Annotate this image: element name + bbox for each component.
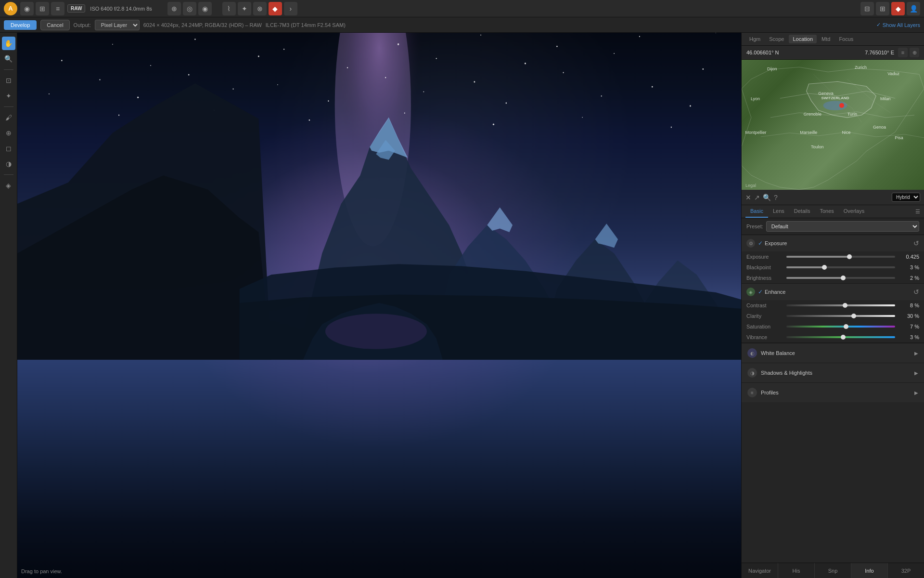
toolbar-list-icon[interactable]: ≡ — [51, 2, 64, 15]
cancel-button[interactable]: Cancel — [40, 20, 69, 30]
profiles-section[interactable]: ≡ Profiles ▶ — [742, 382, 924, 402]
brightness-slider-row: Brightness 2 % — [742, 273, 924, 283]
shadows-highlights-icon: ◑ — [747, 368, 757, 378]
map-settings-icon[interactable]: ≡ — [898, 48, 908, 57]
toolbar-grid-icon[interactable]: ⊞ — [36, 2, 49, 15]
adjustments-panel: ⚙ ✓ Exposure ↺ Exposure 0.425 Blackp — [742, 235, 924, 563]
tool-heal[interactable]: ✦ — [2, 89, 15, 103]
clarity-slider-track[interactable] — [786, 315, 895, 317]
toolbar-user-icon[interactable]: 👤 — [907, 2, 920, 15]
city-grenoble: Grenoble — [804, 112, 821, 117]
saturation-slider-track[interactable] — [786, 326, 895, 328]
tool-clone[interactable]: ⊕ — [2, 126, 15, 140]
exposure-section: ⚙ ✓ Exposure ↺ Exposure 0.425 Blackp — [742, 235, 924, 284]
navigate-map-icon[interactable]: ↗ — [754, 194, 760, 201]
main-content: ✋ 🔍 ⊡ ✦ 🖌 ⊕ ◻ ◑ ◈ — [0, 33, 924, 578]
svg-point-30 — [385, 77, 386, 79]
toolbar-ellipse-icon[interactable]: ◉ — [20, 2, 34, 15]
dev-tab-basic[interactable]: Basic — [745, 205, 768, 218]
vibrance-slider-track[interactable] — [786, 336, 895, 338]
bottom-tab-32p[interactable]: 32P — [888, 563, 924, 578]
dev-tab-details[interactable]: Details — [789, 205, 815, 218]
toolbar-circle-icon[interactable]: ◉ — [198, 2, 212, 15]
close-map-icon[interactable]: ✕ — [745, 194, 751, 201]
tab-hgm[interactable]: Hgm — [745, 35, 764, 43]
profiles-title: Profiles — [761, 390, 914, 395]
city-toulon: Toulon — [811, 144, 824, 149]
canvas-image[interactable]: Drag to pan view. — [17, 33, 741, 578]
contrast-slider-track[interactable] — [786, 304, 895, 306]
toolbar-chevron-icon[interactable]: › — [284, 2, 297, 15]
tool-erase[interactable]: ◻ — [2, 142, 15, 155]
svg-point-16 — [480, 35, 481, 36]
tab-location[interactable]: Location — [789, 35, 817, 43]
preset-select[interactable]: Default — [766, 221, 919, 232]
tool-zoom[interactable]: 🔍 — [2, 52, 15, 66]
saturation-slider-row: Saturation 7 % — [742, 321, 924, 332]
map-expand-icon[interactable]: ⊕ — [910, 48, 919, 57]
search-map-icon[interactable]: 🔍 — [763, 194, 771, 201]
shadows-highlights-section[interactable]: ◑ Shadows & Highlights ▶ — [742, 363, 924, 382]
svg-point-40 — [601, 96, 602, 97]
exposure-slider-track[interactable] — [786, 256, 895, 258]
tool-hand[interactable]: ✋ — [2, 37, 15, 50]
svg-point-17 — [556, 46, 558, 47]
svg-point-21 — [258, 56, 259, 57]
preset-label: Preset: — [746, 223, 763, 229]
output-select[interactable]: Pixel Layer — [95, 20, 140, 30]
map-roads-svg: SWITZERLAND — [742, 60, 924, 190]
toolbar-eye-icon[interactable]: ◎ — [183, 2, 196, 15]
map-background: SWITZERLAND Dijon Zurich Vaduz Lyon Gene… — [742, 60, 924, 190]
tool-grad[interactable]: ◈ — [2, 179, 15, 192]
toolbar-red2-icon[interactable]: ◆ — [891, 2, 905, 15]
dev-tab-lens[interactable]: Lens — [768, 205, 789, 218]
develop-button[interactable]: Develop — [4, 20, 37, 30]
blackpoint-slider-track[interactable] — [786, 266, 895, 268]
toolbar-mask-icon[interactable]: ⊕ — [167, 2, 181, 15]
svg-point-41 — [690, 105, 691, 107]
toolbar-right: ⊟ ⊞ ◆ 👤 — [860, 2, 920, 15]
raw-badge: RAW — [67, 4, 85, 13]
help-map-icon[interactable]: ? — [774, 194, 778, 201]
bottom-tab-his[interactable]: His — [778, 563, 815, 578]
svg-point-48 — [671, 127, 672, 128]
saturation-slider-label: Saturation — [746, 324, 783, 329]
city-zurich: Zurich — [855, 65, 867, 70]
exposure-reset-icon[interactable]: ↺ — [913, 239, 919, 247]
exposure-header[interactable]: ⚙ ✓ Exposure ↺ — [742, 235, 924, 251]
toolbar-wand-icon[interactable]: ✦ — [238, 2, 251, 15]
bottom-tab-snp[interactable]: Snp — [815, 563, 851, 578]
enhance-reset-icon[interactable]: ↺ — [913, 288, 919, 296]
map-area[interactable]: SWITZERLAND Dijon Zurich Vaduz Lyon Gene… — [742, 60, 924, 190]
toolbar-grid2-icon[interactable]: ⊟ — [860, 2, 874, 15]
map-type-select[interactable]: Hybrid — [892, 193, 920, 202]
show-layers-button[interactable]: ✓ Show All Layers — [876, 22, 920, 28]
dev-tab-overlays[interactable]: Overlays — [839, 205, 869, 218]
tool-crop[interactable]: ⊡ — [2, 74, 15, 87]
toolbar-person-icon[interactable]: ⊗ — [253, 2, 267, 15]
tab-focus[interactable]: Focus — [835, 35, 857, 43]
right-panel: Hgm Scope Location Mtd Focus 46.006601° … — [741, 33, 924, 578]
tab-mtd[interactable]: Mtd — [818, 35, 834, 43]
toolbar-adjust-icon[interactable]: ⊞ — [876, 2, 889, 15]
city-turin: Turin — [847, 112, 857, 117]
brightness-slider-value: 2 % — [899, 275, 919, 281]
tool-paint[interactable]: 🖌 — [2, 111, 15, 124]
enhance-header[interactable]: ◈ ✓ Enhance ↺ — [742, 284, 924, 300]
brightness-slider-track[interactable] — [786, 277, 895, 279]
dev-tab-tones[interactable]: Tones — [815, 205, 838, 218]
tab-scope[interactable]: Scope — [765, 35, 788, 43]
bottom-tab-navigator[interactable]: Navigator — [742, 563, 778, 578]
bottom-tab-info[interactable]: Info — [851, 563, 888, 578]
blackpoint-slider-value: 3 % — [899, 264, 919, 270]
svg-point-46 — [493, 124, 494, 126]
svg-point-22 — [347, 67, 348, 69]
toolbar-curve-icon[interactable]: ⌇ — [222, 2, 236, 15]
tool-burn[interactable]: ◑ — [2, 157, 15, 171]
toolbar-red-icon[interactable]: ◆ — [269, 2, 282, 15]
white-balance-section[interactable]: ◐ White Balance ▶ — [742, 343, 924, 363]
svg-point-28 — [188, 74, 190, 76]
dev-tab-menu-icon[interactable]: ☰ — [915, 209, 920, 215]
camera-model: ILCE-7M3 (DT 14mm F2.54 SAM) — [266, 22, 346, 28]
top-toolbar: A ◉ ⊞ ≡ RAW ISO 6400 f/2.8 14.0mm 8s ⊕ ◎… — [0, 0, 924, 17]
